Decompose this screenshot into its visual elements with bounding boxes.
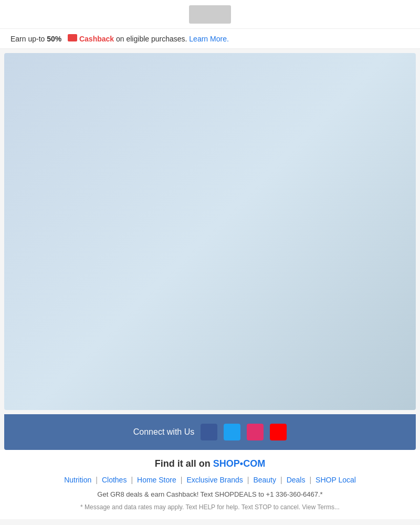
cashback-suffix: on eligible purchases. [116, 35, 187, 43]
cashback-percent: 50% [47, 35, 61, 43]
shop-com-brand: SHOP•COM [213, 458, 265, 469]
find-it-prefix: Find it all on [155, 458, 213, 469]
banner-image [4, 53, 416, 410]
main-banner [4, 53, 416, 410]
separator-1: | [96, 476, 98, 484]
logo[interactable] [189, 5, 231, 24]
nav-link-beauty[interactable]: Beauty [253, 476, 276, 484]
separator-3: | [181, 476, 183, 484]
separator-2: | [131, 476, 133, 484]
learn-more-link[interactable]: Learn More. [189, 35, 228, 43]
separator-6: | [309, 476, 311, 484]
youtube-icon[interactable] [270, 424, 287, 440]
nav-link-clothes[interactable]: Clothes [102, 476, 127, 484]
facebook-icon[interactable] [201, 424, 217, 440]
separator-5: | [280, 476, 282, 484]
connect-bar: Connect with Us [4, 414, 416, 450]
cashback-prefix: Earn up-to [10, 35, 47, 43]
sms-promo-text: Get GR8 deals & earn Cashback! Text SHOP… [10, 490, 410, 498]
separator-4: | [247, 476, 249, 484]
nav-link-home-store[interactable]: Home Store [137, 476, 176, 484]
nav-link-shop-local[interactable]: SHOP Local [316, 476, 356, 484]
twitter-icon[interactable] [224, 424, 240, 440]
nav-link-exclusive-brands[interactable]: Exclusive Brands [186, 476, 243, 484]
footer: Find it all on SHOP•COM Nutrition | Clot… [0, 450, 420, 519]
nav-link-deals[interactable]: Deals [287, 476, 306, 484]
cashback-bar: Earn up-to 50% Cashback on eligible purc… [0, 29, 420, 49]
fine-print-text: * Message and data rates may apply. Text… [10, 503, 410, 511]
header [0, 0, 420, 29]
instagram-icon[interactable] [247, 424, 264, 440]
footer-nav: Nutrition | Clothes | Home Store | Exclu… [10, 476, 410, 484]
cashback-icon [68, 34, 77, 41]
connect-label: Connect with Us [133, 427, 195, 437]
find-it-heading: Find it all on SHOP•COM [10, 458, 410, 469]
cashback-link[interactable]: Cashback [79, 35, 114, 43]
nav-link-nutrition[interactable]: Nutrition [64, 476, 91, 484]
